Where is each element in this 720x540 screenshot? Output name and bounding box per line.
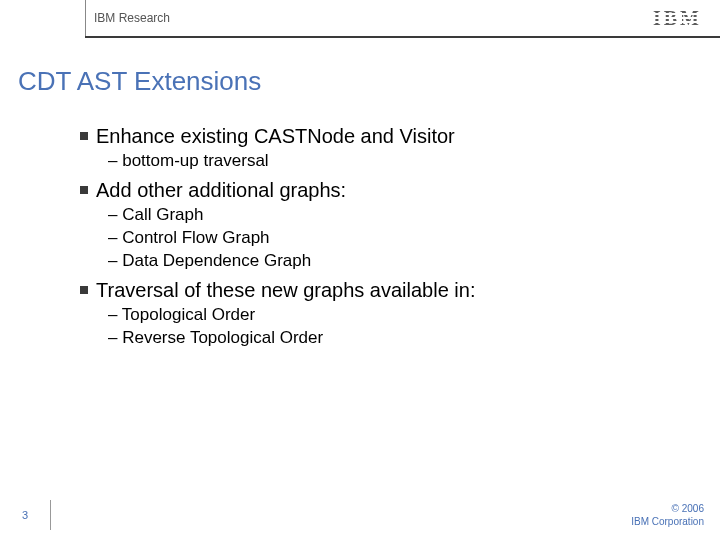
footer-right: © 2006 IBM Corporation — [631, 502, 704, 528]
header-left: IBM Research — [0, 0, 170, 36]
bullet-text: Traversal of these new graphs available … — [96, 279, 475, 302]
sub-item: – Data Dependence Graph — [108, 250, 680, 273]
slide-header: IBM Research IBM — [0, 0, 720, 36]
bullet-item: Traversal of these new graphs available … — [80, 279, 680, 302]
bullet-item: Add other additional graphs: — [80, 179, 680, 202]
slide-footer: 3 © 2006 IBM Corporation — [0, 500, 720, 530]
slide-title: CDT AST Extensions — [0, 38, 720, 121]
page-number: 3 — [0, 509, 50, 521]
sub-item: – Control Flow Graph — [108, 227, 680, 250]
bullet-text: Enhance existing CASTNode and Visitor — [96, 125, 455, 148]
square-bullet-icon — [80, 186, 88, 194]
copyright-year: © 2006 — [631, 502, 704, 515]
header-spacer — [0, 0, 85, 36]
slide-content: Enhance existing CASTNode and Visitor – … — [0, 125, 720, 350]
sub-list: – Topological Order – Reverse Topologica… — [80, 304, 680, 350]
footer-left: 3 — [0, 500, 51, 530]
square-bullet-icon — [80, 286, 88, 294]
bullet-text: Add other additional graphs: — [96, 179, 346, 202]
bullet-item: Enhance existing CASTNode and Visitor — [80, 125, 680, 148]
sub-list: – Call Graph – Control Flow Graph – Data… — [80, 204, 680, 273]
org-label: IBM Research — [86, 11, 170, 25]
sub-item: – Topological Order — [108, 304, 680, 327]
sub-list: – bottom-up traversal — [80, 150, 680, 173]
sub-item: – Reverse Topological Order — [108, 327, 680, 350]
ibm-logo-icon: IBM — [653, 7, 702, 30]
logo-text: IBM — [653, 7, 702, 30]
sub-item: – Call Graph — [108, 204, 680, 227]
sub-item: – bottom-up traversal — [108, 150, 680, 173]
square-bullet-icon — [80, 132, 88, 140]
footer-divider — [50, 500, 51, 530]
copyright-corp: IBM Corporation — [631, 515, 704, 528]
